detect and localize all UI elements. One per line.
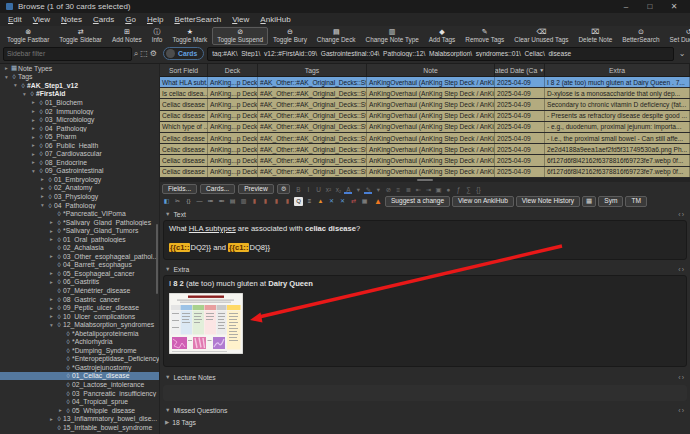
sidebar-item-08-gastric-cancer[interactable]: ▸◊08_Gastric_cancer <box>0 295 159 304</box>
text-color-icon[interactable]: A <box>343 185 353 194</box>
view-note-history-button[interactable]: View Note History <box>516 196 580 207</box>
chevron-right-icon[interactable]: ▸ <box>39 185 46 191</box>
sidebar-item-04-tropical-sprue[interactable]: ◊04_Tropical_sprue <box>0 397 159 406</box>
clear-unused-tags-button[interactable]: ⌫Clear Unused Tags <box>509 27 573 45</box>
chevron-right-icon[interactable]: ▸ <box>39 176 46 182</box>
bold-icon[interactable]: B <box>293 185 303 194</box>
sidebar-item-15-irritable-bowel-syndrome[interactable]: ◊15_Irritable_bowel_syndrome <box>0 423 159 432</box>
table-row[interactable]: Is celiac disea...AnKing...p Deck#AK_Oth… <box>160 88 690 99</box>
tags-row[interactable]: ▶ 18 Tags <box>162 416 688 428</box>
view-on-ankihub-button[interactable]: View on AnkiHub <box>452 196 514 207</box>
chevron-down-icon[interactable]: ▾ <box>21 91 28 97</box>
sidebar-item--salivary-gland-pathologies[interactable]: ▸◊*Salivary_Gland_Pathologies <box>0 218 159 227</box>
sidebar-item--enteropeptidase-deficiency[interactable]: ◊*Enteropeptidase_Deficiency <box>0 355 159 364</box>
text-field-content[interactable]: What HLA subtypes are associated with ce… <box>163 220 687 260</box>
column-header-tags[interactable]: Tags <box>258 64 367 76</box>
menu-item-view[interactable]: View <box>33 15 50 24</box>
menu-item-cards[interactable]: Cards <box>93 15 114 24</box>
sidebar-item-06-public-health[interactable]: ▸◊06_Public_Health <box>0 141 159 150</box>
lecture-notes-field-header[interactable]: ▼ Lecture Notes ‹› <box>162 371 688 383</box>
close-button[interactable]: ✕ <box>662 0 686 13</box>
menu-item-notes[interactable]: Notes <box>61 15 82 24</box>
change-note-type-button[interactable]: ▥Change Note Type <box>361 27 424 45</box>
sidebar-item-01-celiac-disease[interactable]: ◊01_Celiac_disease <box>0 372 159 381</box>
droplet-icon[interactable]: ▲ <box>316 197 325 206</box>
sidebar-settings-icon[interactable]: ⚙ <box>150 47 157 61</box>
sidebar-item-03-pancreatic-insufficiency[interactable]: ◊03_Pancreatic_insufficiency <box>0 389 159 398</box>
table-toggle-icon[interactable]: ▦ <box>582 196 596 207</box>
fields-button[interactable]: Fields... <box>162 184 197 195</box>
text-field-header[interactable]: ▼ Text ‹› <box>162 208 688 220</box>
numbered-list-icon[interactable]: ≔ <box>206 197 215 206</box>
column-header-deck[interactable]: Deck <box>208 64 258 76</box>
highlight-color-icon[interactable]: ✎ <box>363 185 373 194</box>
attach-media-icon[interactable]: ▣ <box>433 185 443 194</box>
chevron-right-icon[interactable]: ▸ <box>30 134 37 140</box>
remove-tags-button[interactable]: ✎Remove Tags <box>460 27 509 45</box>
sidebar-item--firstaid[interactable]: ▾◊#FirstAid <box>0 90 159 99</box>
sidebar-item-02-anatomy[interactable]: ▸◊02_Anatomy <box>0 184 159 193</box>
outdent-icon[interactable]: ⇤ <box>413 185 423 194</box>
chevron-down-icon[interactable]: ▾ <box>48 322 55 328</box>
add-tags-button[interactable]: ◆Add Tags <box>424 27 461 45</box>
sticky-fields-icon[interactable]: ◧ <box>162 197 171 206</box>
column-header-ated-date-ca[interactable]: ated Date (Ca▼ <box>495 64 545 76</box>
ordered-list-icon[interactable]: ≣ <box>403 185 413 194</box>
sidebar-item-01-biochem[interactable]: ▸◊01_Biochem <box>0 98 159 107</box>
sidebar-item--gastrojejunostomy[interactable]: ◊*Gastrojejunostomy <box>0 363 159 372</box>
suggest-change-button[interactable]: Suggest a change <box>385 196 450 207</box>
menu-item-view[interactable]: View <box>232 15 249 24</box>
unordered-list-icon[interactable]: ≡ <box>393 185 403 194</box>
mathjax-icon[interactable]: ∑ <box>463 185 473 194</box>
chevron-right-icon[interactable]: ▸ <box>39 193 46 199</box>
html-brackets-icon[interactable]: {} <box>473 185 483 194</box>
missed-questions-field-header[interactable]: ▼ Missed Questions ‹› <box>162 404 688 416</box>
chevron-right-icon[interactable]: ▸ <box>48 253 55 259</box>
chevron-right-icon[interactable]: ▸ <box>3 65 10 71</box>
sidebar-item-10-ulcer-complications[interactable]: ▸◊10_Ulcer_complications <box>0 312 159 321</box>
sidebar-item-05-pharm[interactable]: ▸◊05_Pharm <box>0 132 159 141</box>
cards-button[interactable]: Cards... <box>200 184 235 195</box>
table-row[interactable]: Celiac disease ...AnKing...p Deck#AK_Oth… <box>160 167 690 178</box>
sidebar-item--abetalipoproteinemia[interactable]: ◊*Abetalipoproteinemia <box>0 329 159 338</box>
sidebar-item-05-whipple-disease[interactable]: ▸◊05_Whipple_disease <box>0 406 159 415</box>
column-header-extra[interactable]: Extra <box>545 64 690 76</box>
minimize-button[interactable]: – <box>614 0 638 13</box>
record-audio-icon[interactable]: ● <box>443 185 453 194</box>
sidebar-item--ak-step1-v12[interactable]: ▾◊#AK_Step1_v12 <box>0 81 159 90</box>
add-notes-button[interactable]: ⊞Add Notes <box>107 27 147 45</box>
select-mode-icon[interactable]: ⬚ <box>140 47 148 61</box>
extra-field-image-thumbnail[interactable] <box>169 293 243 354</box>
block-indent-icon[interactable]: ▥ <box>239 197 248 206</box>
image-occlusion-icon-3[interactable]: ▮ <box>272 197 281 206</box>
subscript-icon[interactable]: x₂ <box>333 185 343 194</box>
info-button[interactable]: ⓘInfo <box>147 27 168 45</box>
sidebar-item-02-immunology[interactable]: ▸◊02_Immunology <box>0 107 159 116</box>
change-deck-button[interactable]: ▤Change Deck <box>312 27 361 45</box>
html-editor-toggle-icon[interactable]: ‹› <box>678 266 685 273</box>
swap-icon[interactable]: ⇄ <box>349 197 358 206</box>
sidebar-item-07-m-n-trier-disease[interactable]: ◊07_Ménétrier_disease <box>0 286 159 295</box>
table-row[interactable]: Which type of ...AnKing...p Deck#AK_Othe… <box>160 122 690 133</box>
shuffle-icon-2[interactable]: ✕ <box>338 197 347 206</box>
text-color-dropdown-icon[interactable]: ▾ <box>353 185 363 194</box>
extra-field-content[interactable]: I 8 2 (ate too) much gluten at Dairy Que… <box>163 275 687 367</box>
chevron-right-icon[interactable]: ▸ <box>48 296 55 302</box>
remove-formatting-icon[interactable]: ⊘ <box>383 185 393 194</box>
sidebar-item--salivary-gland-tumors[interactable]: ▸◊*Salivary_Gland_Tumors <box>0 226 159 235</box>
sidebar-item-07-cardiovascular[interactable]: ▸◊07_Cardiovascular <box>0 149 159 158</box>
chevron-right-icon[interactable]: ▸ <box>48 228 55 234</box>
sidebar-item-08-endocrine[interactable]: ▸◊08_Endocrine <box>0 158 159 167</box>
menu-item-edit[interactable]: Edit <box>8 15 22 24</box>
underline-icon[interactable]: U <box>313 185 323 194</box>
chevron-right-icon[interactable]: ▸ <box>48 236 55 242</box>
chevron-right-icon[interactable]: ▸ <box>48 313 55 319</box>
sidebar-item-03-microbiology[interactable]: ▸◊03_Microbiology <box>0 115 159 124</box>
sidebar-item--pancreatic-vipoma[interactable]: ◊*Pancreatic_VIPoma <box>0 209 159 218</box>
speech-bubble-icon[interactable]: Q <box>294 197 303 206</box>
table-row[interactable]: Celiac disease ...AnKing...p Deck#AK_Oth… <box>160 133 690 144</box>
chevron-right-icon[interactable]: ▸ <box>57 407 64 413</box>
equation-icon[interactable]: ƒ <box>453 185 463 194</box>
toggle-bury-button[interactable]: ⊖Toggle Bury <box>268 27 312 45</box>
table-row[interactable]: Celiac disease ...AnKing...p Deck#AK_Oth… <box>160 155 690 166</box>
